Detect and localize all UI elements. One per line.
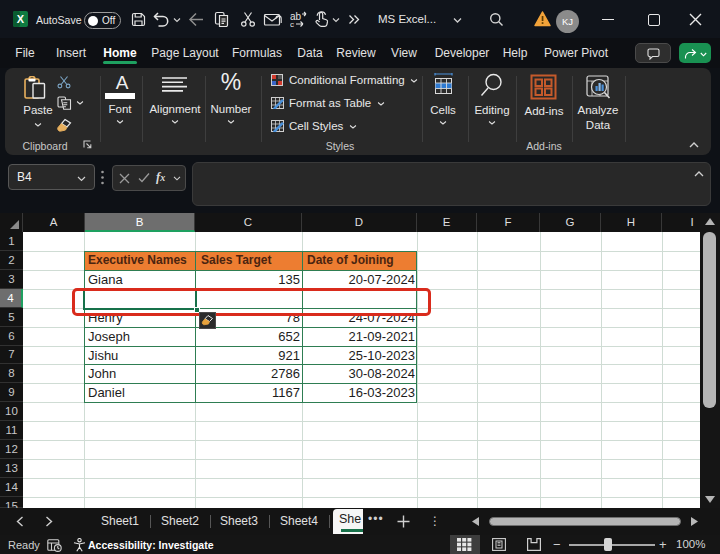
svg-text:c: c [290,20,294,28]
svg-text:X: X [17,13,25,25]
